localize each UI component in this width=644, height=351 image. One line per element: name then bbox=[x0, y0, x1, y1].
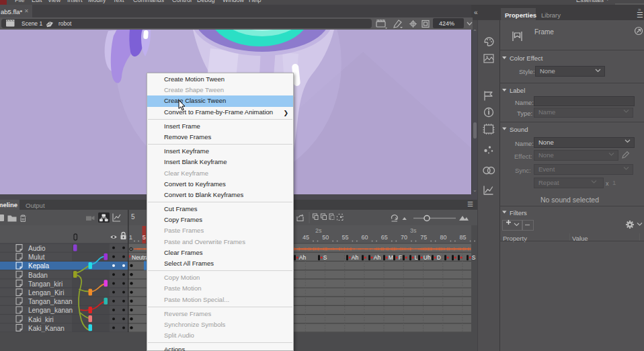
svg-text:S: S bbox=[472, 254, 476, 261]
svg-text:2s: 2s bbox=[315, 227, 322, 234]
svg-text:65: 65 bbox=[381, 234, 388, 241]
svg-text:Uh: Uh bbox=[424, 254, 431, 261]
svg-text:45: 45 bbox=[303, 234, 309, 241]
svg-text:3s: 3s bbox=[410, 227, 417, 234]
svg-text:50: 50 bbox=[322, 234, 329, 241]
svg-text:S: S bbox=[323, 254, 327, 261]
svg-text:80: 80 bbox=[440, 234, 446, 241]
svg-text:5: 5 bbox=[143, 234, 146, 241]
svg-text:55: 55 bbox=[341, 234, 348, 241]
svg-text:L: L bbox=[415, 254, 418, 261]
svg-text:85: 85 bbox=[460, 234, 467, 241]
svg-text:60: 60 bbox=[362, 234, 368, 241]
svg-text:1: 1 bbox=[129, 234, 132, 241]
svg-text:Ah: Ah bbox=[374, 254, 381, 261]
svg-text:70: 70 bbox=[401, 234, 407, 241]
svg-text:F: F bbox=[399, 254, 402, 261]
svg-text:D: D bbox=[437, 254, 441, 261]
svg-text:75: 75 bbox=[420, 234, 427, 241]
svg-text:Ah: Ah bbox=[299, 254, 307, 261]
svg-text:M: M bbox=[389, 254, 393, 261]
svg-text:Ah: Ah bbox=[352, 254, 359, 261]
